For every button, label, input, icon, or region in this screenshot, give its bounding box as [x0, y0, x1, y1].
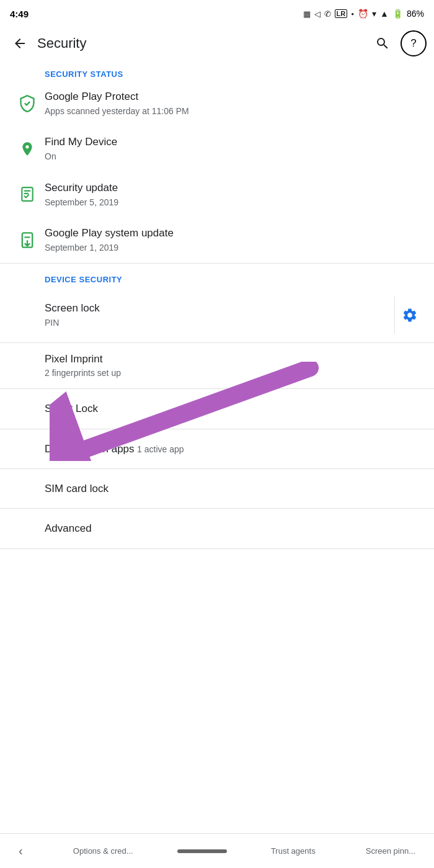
sim-card-lock-title: SIM card lock: [45, 483, 108, 494]
nav-back-button[interactable]: ‹: [12, 839, 29, 863]
screen-lock-title: Screen lock: [45, 301, 394, 316]
smart-lock-item[interactable]: Smart Lock: [0, 389, 434, 429]
home-pill[interactable]: [177, 849, 227, 853]
google-play-protect-item[interactable]: Google Play Protect Apps scanned yesterd…: [0, 81, 434, 126]
screen-lock-item[interactable]: Screen lock PIN: [0, 288, 434, 343]
pixel-imprint-title: Pixel Imprint: [45, 352, 424, 367]
security-checklist-icon: [10, 186, 45, 202]
screen-lock-gear-button[interactable]: [394, 297, 424, 334]
help-button[interactable]: ?: [401, 30, 427, 56]
pixel-imprint-content: Pixel Imprint 2 fingerprints set up: [45, 352, 424, 380]
advanced-item[interactable]: Advanced: [0, 509, 434, 548]
find-my-device-title: Find My Device: [45, 135, 424, 150]
toolbar-actions: ?: [370, 30, 427, 56]
find-my-device-item[interactable]: Find My Device On: [0, 126, 434, 171]
security-update-item[interactable]: Security update September 5, 2019: [0, 172, 434, 217]
page-title: Security: [37, 35, 370, 51]
advanced-content: Advanced: [45, 521, 424, 536]
google-play-protect-title: Google Play Protect: [45, 89, 424, 104]
play-system-update-item[interactable]: Google Play system update September 1, 2…: [0, 217, 434, 262]
security-update-title: Security update: [45, 181, 424, 195]
nav-options-credentials[interactable]: Options & cred...: [67, 841, 140, 861]
location-pin-icon: [10, 141, 45, 157]
device-admin-apps-title: Device admin apps: [45, 443, 135, 455]
smart-lock-content: Smart Lock: [45, 401, 424, 416]
device-admin-apps-item[interactable]: Device admin apps 1 active app: [0, 429, 434, 469]
sim-card-lock-item[interactable]: SIM card lock: [0, 469, 434, 509]
security-update-subtitle: September 5, 2019: [45, 197, 424, 209]
screen-lock-content: Screen lock PIN: [10, 301, 394, 329]
security-status-section: SECURITY STATUS Google Play Protect Apps…: [0, 62, 434, 264]
sms-icon: ▦: [303, 9, 311, 19]
battery-icon: 🔋: [392, 9, 403, 19]
dot-icon: ●: [351, 11, 354, 17]
help-icon: ?: [410, 37, 416, 50]
other-items-section: Device admin apps 1 active app SIM card …: [0, 429, 434, 549]
smart-lock-title: Smart Lock: [45, 403, 98, 414]
whatsapp-icon: ✆: [324, 9, 331, 19]
security-update-content: Security update September 5, 2019: [45, 181, 424, 208]
back-button[interactable]: [7, 31, 32, 56]
alarm-icon: ⏰: [358, 9, 368, 19]
advanced-title: Advanced: [45, 522, 92, 534]
device-admin-apps-content: Device admin apps 1 active app: [45, 442, 424, 457]
lr-icon: LR: [335, 9, 348, 18]
google-play-protect-subtitle: Apps scanned yesterday at 11:06 PM: [45, 105, 424, 118]
device-security-header: DEVICE SECURITY: [0, 264, 434, 288]
system-update-icon: [10, 231, 45, 249]
bottom-navigation: ‹ Options & cred... Trust agents Screen …: [0, 833, 434, 868]
play-system-update-title: Google Play system update: [45, 226, 424, 241]
navigation-icon: ◁: [314, 9, 321, 19]
status-bar: 4:49 ▦ ◁ ✆ LR ● ⏰ ▾ ▲ 🔋 86%: [0, 0, 434, 25]
sim-card-lock-content: SIM card lock: [45, 481, 424, 496]
play-system-update-subtitle: September 1, 2019: [45, 242, 424, 254]
screen-lock-subtitle: PIN: [45, 317, 394, 329]
find-my-device-subtitle: On: [45, 151, 424, 163]
device-admin-apps-subtitle: 1 active app: [137, 444, 184, 454]
security-status-label: SECURITY STATUS: [0, 62, 434, 81]
status-icons: ▦ ◁ ✆ LR ● ⏰ ▾ ▲ 🔋 86%: [303, 9, 424, 19]
find-my-device-content: Find My Device On: [45, 135, 424, 163]
nav-screen-pinning[interactable]: Screen pinn...: [360, 841, 422, 861]
shield-check-icon: [10, 95, 45, 112]
device-security-section: DEVICE SECURITY Screen lock PIN Pixel Im…: [0, 264, 434, 429]
google-play-protect-content: Google Play Protect Apps scanned yesterd…: [45, 89, 424, 117]
status-time: 4:49: [10, 9, 29, 19]
battery-percentage: 86%: [407, 9, 424, 19]
search-button[interactable]: [370, 30, 396, 56]
signal-icon: ▲: [380, 9, 389, 19]
play-system-update-content: Google Play system update September 1, 2…: [45, 226, 424, 254]
wifi-icon: ▾: [372, 9, 376, 19]
pixel-imprint-subtitle: 2 fingerprints set up: [45, 367, 424, 380]
security-status-header-clip: SECURITY STATUS: [0, 62, 434, 81]
pixel-imprint-item[interactable]: Pixel Imprint 2 fingerprints set up: [0, 343, 434, 389]
nav-trust-agents[interactable]: Trust agents: [265, 841, 322, 861]
toolbar: Security ?: [0, 25, 434, 62]
